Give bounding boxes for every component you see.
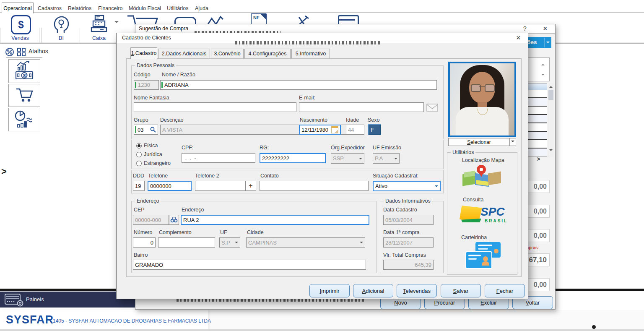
photo-glasses	[485, 84, 495, 92]
menu-item-label: Operacional	[3, 5, 31, 11]
tab-label: 2.Dados Adicionais	[162, 51, 206, 57]
scroll-up-icon[interactable]	[541, 62, 545, 65]
scrollbar-thumb[interactable]	[548, 90, 553, 100]
scrollbar-down-icon[interactable]	[549, 149, 553, 153]
menu-bar: Operacional Cadastros Relatórios Finance…	[0, 0, 644, 13]
spc-logo-text: SPC	[480, 205, 505, 219]
sexo-field[interactable]: F	[369, 125, 381, 135]
endereco-field[interactable]: RUA 2	[181, 215, 369, 225]
chevron-down-icon	[360, 242, 363, 245]
blue-button-caret-icon[interactable]	[546, 42, 550, 45]
televendas-button[interactable]: Televendas	[397, 284, 437, 297]
close-button[interactable]: ×	[543, 24, 548, 33]
menu-item-ajuda[interactable]: Ajuda	[195, 5, 208, 11]
numero-label: Número	[134, 229, 152, 235]
grupo-field[interactable]: 03	[134, 125, 158, 135]
imprimir-button[interactable]: Imprimir	[309, 284, 350, 297]
dialog-titlebar[interactable]: Cadastro de Clientes ×	[117, 33, 528, 43]
cep-search-button[interactable]	[169, 215, 179, 225]
calendar-icon[interactable]	[331, 126, 338, 133]
codigo-field[interactable]: 1230	[134, 80, 159, 90]
contato-field[interactable]	[260, 181, 369, 191]
tab-cadastro[interactable]: 1.Cadastro	[130, 47, 157, 59]
shortcut-analytics[interactable]	[8, 108, 40, 131]
juridica-radio[interactable]	[136, 152, 142, 157]
search-icon[interactable]	[150, 127, 156, 133]
chevron-down-icon	[511, 141, 514, 144]
cursor-bar	[135, 82, 136, 88]
cidade-select[interactable]: CAMPINAS	[246, 237, 365, 248]
uf-emissao-select[interactable]: P.A	[373, 153, 400, 164]
numero-field[interactable]: 0	[133, 237, 156, 248]
expand-right-button[interactable]: >	[537, 156, 540, 162]
estrangeiro-label[interactable]: Estrangeiro	[144, 160, 171, 166]
dialog-close-button[interactable]: ×	[516, 34, 521, 42]
tab-convenio[interactable]: 3.Convênio	[211, 49, 244, 59]
menu-item-relatorios[interactable]: Relatórios	[68, 5, 91, 11]
cpf-field[interactable]: . . -	[182, 153, 255, 163]
juridica-label[interactable]: Jurídica	[144, 151, 162, 157]
sidebar-expand-chevron[interactable]: >	[1, 166, 7, 177]
scrollbar-up-icon[interactable]	[549, 84, 553, 88]
idade-field[interactable]: 44	[346, 125, 364, 135]
rg-field[interactable]: 222222222	[260, 153, 326, 163]
grid-scrollbar[interactable]	[548, 83, 554, 157]
cep-label: CEP	[134, 207, 145, 213]
situacao-select[interactable]: Ativo	[373, 181, 441, 191]
add-phone-button[interactable]: +	[245, 181, 256, 190]
estrangeiro-radio[interactable]	[136, 161, 142, 166]
tab-configuracoes[interactable]: 4.Configurações	[244, 49, 291, 59]
mouse-dot	[592, 325, 596, 329]
orgao-expedidor-label: Órg.Expedidor	[331, 145, 365, 151]
nome-field[interactable]: ADRIANA	[160, 80, 437, 90]
nascimento-field[interactable]: 12/11/1980	[299, 125, 341, 135]
carteirinha-label: Carteirinha	[461, 235, 487, 240]
cursor-bar	[135, 126, 136, 133]
menu-item-utilitarios[interactable]: Utilitários	[167, 5, 188, 11]
selecionar-dropdown[interactable]	[509, 138, 516, 146]
telefone2-field[interactable]: +	[195, 181, 256, 191]
percent-icon[interactable]	[5, 47, 14, 57]
adicional-button[interactable]: Adicional	[353, 284, 393, 297]
orgao-expedidor-select[interactable]: SSP	[331, 153, 364, 164]
help-button[interactable]: ?	[523, 25, 527, 32]
fechar-button[interactable]: Fechar	[485, 284, 525, 297]
grid-icon[interactable]	[17, 47, 26, 57]
uf-select[interactable]: S.P	[219, 237, 240, 248]
cep-field[interactable]: 00000-000	[133, 215, 169, 225]
idade-label: Idade	[346, 117, 359, 123]
button-label: Televendas	[403, 288, 431, 294]
menu-tab-operacional[interactable]: Operacional	[2, 3, 34, 13]
mapa-button[interactable]	[462, 165, 503, 189]
fisica-radio[interactable]	[136, 143, 142, 149]
spc-button[interactable]: SPC BRASIL	[460, 204, 514, 224]
button-label: Novo	[394, 300, 407, 306]
bi-head-icon	[52, 14, 71, 34]
ddd-field[interactable]: 19	[133, 181, 145, 191]
tab-dados-adicionais[interactable]: 2.Dados Adicionais	[158, 49, 210, 59]
menu-item-cadastros[interactable]: Cadastros	[38, 5, 62, 11]
shortcut-purchases[interactable]	[8, 84, 40, 107]
complemento-field[interactable]	[158, 237, 215, 248]
menu-item-financeiro[interactable]: Financeiro	[98, 5, 122, 11]
bairro-field[interactable]: GRAMADO	[133, 260, 366, 270]
fantasia-field[interactable]	[134, 102, 296, 112]
vendas-button[interactable]: $ Vendas	[6, 14, 34, 42]
carteirinha-button[interactable]	[465, 242, 502, 268]
fisica-label[interactable]: Física	[144, 143, 158, 149]
envelope-icon[interactable]	[426, 104, 438, 112]
caixa-button[interactable]: Caixa	[85, 14, 113, 42]
email-field[interactable]	[299, 102, 424, 112]
caixa-dropdown-icon[interactable]	[114, 21, 119, 25]
selecionar-button[interactable]: Selecionar	[448, 138, 516, 146]
telefone-label: Telefone	[148, 173, 168, 179]
customer-photo[interactable]	[448, 62, 516, 137]
telefone-field[interactable]: 0000000	[148, 181, 192, 191]
menu-item-modulo-fiscal[interactable]: Módulo Fiscal	[129, 5, 161, 11]
tab-informativo[interactable]: 5.Informativo	[291, 49, 330, 59]
scroll-down-icon[interactable]	[541, 74, 545, 77]
salvar-button[interactable]: Salvar	[441, 284, 481, 297]
atalhos-underline	[6, 57, 42, 58]
bi-button[interactable]: BI	[47, 14, 75, 42]
shortcut-sales-stats[interactable]: $	[8, 59, 40, 83]
